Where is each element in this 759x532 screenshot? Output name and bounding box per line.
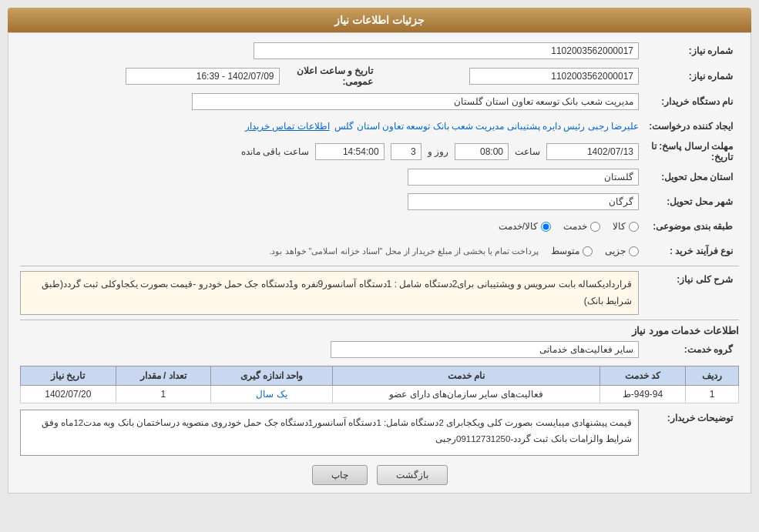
radio-jozi[interactable]: جزیی <box>605 246 639 256</box>
radio-kala-khedmat-label: کالا/خدمت <box>499 221 538 232</box>
ostan-value: گلستان <box>408 169 639 186</box>
ostan-row: استان محل تحویل: گلستان <box>20 167 739 187</box>
remaining-label: ساعت باقی مانده <box>241 146 309 157</box>
radio-khedmat-label: خدمت <box>563 221 587 232</box>
services-table-section: ردیف کد خدمت نام خدمت واحد اندازه گیری ت… <box>20 366 739 403</box>
tarikh-dastgah-row: شماره نیاز: 1102003562000017 تاریخ و ساع… <box>20 65 739 87</box>
gorooh-row: گروه خدمت: سایر فعالیت‌های خدماتی <box>20 340 739 360</box>
mohlet-row: مهلت ارسال پاسخ: تا تاریخ: 1402/07/13 سا… <box>20 141 739 162</box>
tarikh-value: 1402/07/09 - 16:39 <box>126 68 280 85</box>
days-label: روز و <box>428 146 448 157</box>
table-row: 1 949-94-ط فعالیت‌های سایر سازمان‌های دا… <box>21 386 739 403</box>
farayand-label: نوع فرآیند خرید : <box>639 246 739 256</box>
radio-kala-khedmat[interactable]: کالا/خدمت <box>499 221 551 232</box>
services-table: ردیف کد خدمت نام خدمت واحد اندازه گیری ت… <box>20 366 739 403</box>
shomara-niaz-value2-cell: 1102003562000017 <box>380 68 640 85</box>
radio-khedmat-input[interactable] <box>590 222 600 232</box>
radio-motavaset-input[interactable] <box>583 246 593 256</box>
page-wrapper: جزئیات اطلاعات نیاز شماره نیاز: 11020035… <box>0 0 759 532</box>
date-row: 1402/07/13 ساعت 08:00 روز و 3 14:54:00 س… <box>241 143 639 160</box>
col-name: نام خدمت <box>333 366 600 386</box>
table-body: 1 949-94-ط فعالیت‌های سایر سازمان‌های دا… <box>21 386 739 403</box>
ijad-name: علیرضا رجبی رئیس دایره پشتیبانی مدیریت ش… <box>334 121 639 132</box>
radio-kala-label: کالا <box>613 221 626 232</box>
shomara-niaz-value2: 1102003562000017 <box>469 68 639 85</box>
shomara-niaz-label: شماره نیاز: <box>639 45 739 56</box>
ostan-value-cell: گلستان <box>20 169 639 186</box>
sharh-row: شرح کلی نیاز: قراردادیکساله بابت سرویس و… <box>20 271 739 315</box>
farayand-note: پرداخت تمام یا بخشی از مبلغ خریدار از مح… <box>269 246 539 256</box>
name-dastgah-value-cell: مدیریت شعب بانک توسعه تعاون استان گلستان <box>20 93 639 110</box>
gorooh-label: گروه خدمت: <box>639 344 739 355</box>
cell-name: فعالیت‌های سایر سازمان‌های دارای عضو <box>333 386 600 403</box>
cell-tarikh: 1402/07/20 <box>21 386 116 403</box>
days-value: 3 <box>391 143 421 160</box>
ijad-row: ایجاد کننده درخواست: علیرضا رجبی رئیس دا… <box>20 116 739 136</box>
ostan-label: استان محل تحویل: <box>639 172 739 182</box>
time-remaining-value: 14:54:00 <box>315 143 385 160</box>
tosifat-value-cell: قیمت پیشنهادی میبایست بصورت کلی ویکجابرا… <box>20 410 639 456</box>
radio-kala-khedmat-input[interactable] <box>541 222 551 232</box>
mohlet-date-cell: 1402/07/13 ساعت 08:00 روز و 3 14:54:00 س… <box>20 143 639 160</box>
name-dastgah-label: نام دستگاه خریدار: <box>639 96 739 107</box>
sharh-value-cell: قراردادیکساله بابت سرویس و ویشتیبانی برا… <box>20 271 639 315</box>
col-radif: ردیف <box>686 366 739 386</box>
time-main-value: 08:00 <box>455 143 509 160</box>
ijad-label: ایجاد کننده درخواست: <box>639 121 739 132</box>
tabaqe-value-cell: کالا خدمت کالا/خدمت <box>20 221 639 232</box>
page-title: جزئیات اطلاعات نیاز <box>334 14 425 26</box>
footer-buttons: بازگشت چاپ <box>20 465 739 485</box>
page-header: جزئیات اطلاعات نیاز <box>8 8 751 32</box>
print-button[interactable]: چاپ <box>312 465 368 485</box>
tosifat-value: قیمت پیشنهادی میبایست بصورت کلی ویکجابرا… <box>20 410 639 456</box>
farayand-radio-group: جزیی متوسط پرداخت تمام یا بخشی از مبلغ خ… <box>269 246 639 256</box>
ijad-value-cell: علیرضا رجبی رئیس دایره پشتیبانی مدیریت ش… <box>20 121 639 132</box>
tabaqe-row: طبقه بندی موضوعی: کالا خدمت کالا/خدمت <box>20 216 739 236</box>
tarikh-label: تاریخ و ساعت اعلان عمومی: <box>280 65 380 87</box>
mohlet-label: مهلت ارسال پاسخ: تا تاریخ: <box>639 141 739 162</box>
time-label: ساعت <box>515 146 540 157</box>
cell-kod: 949-94-ط <box>599 386 685 403</box>
gorooh-value-cell: سایر فعالیت‌های خدماتی <box>20 341 639 358</box>
radio-motavaset[interactable]: متوسط <box>551 246 593 256</box>
divider1 <box>20 266 739 266</box>
main-container: شماره نیاز: 1102003562000017 شماره نیاز:… <box>8 32 751 494</box>
shahr-value-cell: گرگان <box>20 193 639 210</box>
col-kod: کد خدمت <box>599 366 685 386</box>
back-button[interactable]: بازگشت <box>377 465 448 485</box>
sharh-label: شرح کلی نیاز: <box>639 271 739 285</box>
cell-tedad: 1 <box>116 386 210 403</box>
shahr-label: شهر محل تحویل: <box>639 196 739 207</box>
radio-khedmat[interactable]: خدمت <box>563 221 600 232</box>
radio-kala-input[interactable] <box>629 222 639 232</box>
divider2 <box>20 320 739 320</box>
tabaqe-label: طبقه بندی موضوعی: <box>639 221 739 232</box>
shomara-niaz-value: 1102003562000017 <box>254 42 639 59</box>
gorooh-value: سایر فعالیت‌های خدماتی <box>331 341 639 358</box>
table-header-row: ردیف کد خدمت نام خدمت واحد اندازه گیری ت… <box>21 366 739 386</box>
col-tarikh: تاریخ نیاز <box>21 366 116 386</box>
shomara-niaz-row: شماره نیاز: 1102003562000017 <box>20 41 739 61</box>
farayand-value-cell: جزیی متوسط پرداخت تمام یا بخشی از مبلغ خ… <box>20 246 639 256</box>
radio-jozi-input[interactable] <box>629 246 639 256</box>
radio-motavaset-label: متوسط <box>551 246 579 256</box>
shahr-value: گرگان <box>408 193 639 210</box>
shahr-row: شهر محل تحویل: گرگان <box>20 192 739 212</box>
khadamat-title: اطلاعات خدمات مورد نیاز <box>20 325 739 336</box>
name-dastgah-row: نام دستگاه خریدار: مدیریت شعب بانک توسعه… <box>20 92 739 112</box>
ettelaat-tamas-link[interactable]: اطلاعات تماس خریدار <box>245 121 330 132</box>
tarikh-value-cell: 1402/07/09 - 16:39 <box>20 68 280 85</box>
shomara-niaz-label2: شماره نیاز: <box>639 71 739 82</box>
col-tedad: تعداد / مقدار <box>116 366 210 386</box>
tabaqe-radio-group: کالا خدمت کالا/خدمت <box>499 221 639 232</box>
cell-vahed: یک سال <box>211 386 333 403</box>
shomara-niaz-value-cell: 1102003562000017 <box>20 42 639 59</box>
date-main-value: 1402/07/13 <box>546 143 639 160</box>
radio-jozi-label: جزیی <box>605 246 626 256</box>
sharh-value: قراردادیکساله بابت سرویس و ویشتیبانی برا… <box>20 271 639 315</box>
farayand-row: نوع فرآیند خرید : جزیی متوسط پرداخت تمام… <box>20 241 739 261</box>
name-dastgah-value: مدیریت شعب بانک توسعه تعاون استان گلستان <box>192 93 639 110</box>
cell-radif: 1 <box>686 386 739 403</box>
radio-kala[interactable]: کالا <box>613 221 639 232</box>
tosifat-row: توضیحات خریدار: قیمت پیشنهادی میبایست بص… <box>20 410 739 456</box>
